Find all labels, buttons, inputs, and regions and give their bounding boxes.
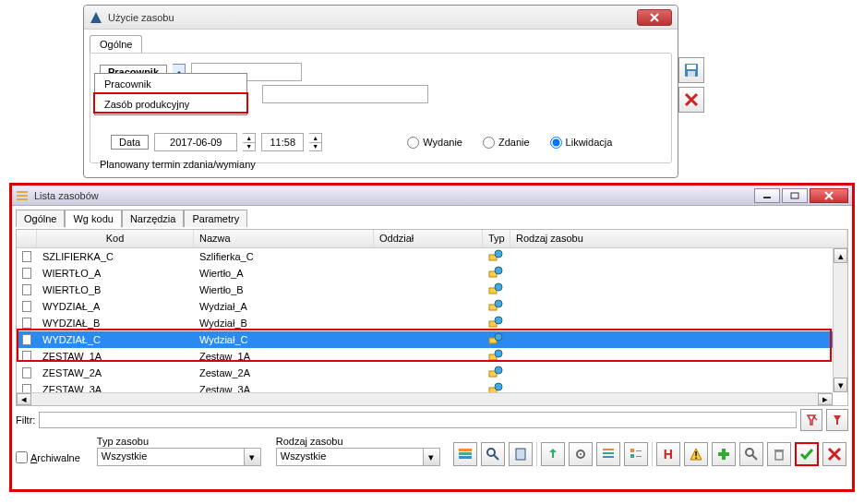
close-list-button[interactable] bbox=[822, 442, 846, 466]
table-row[interactable]: WYDZIAŁ_BWydział_B bbox=[17, 315, 847, 331]
row-checkbox[interactable] bbox=[17, 267, 37, 280]
cell-kod: WYDZIAŁ_C bbox=[37, 333, 194, 346]
dialog-body: Ogólne Pracownik Data ▲▼ ▲▼ Wydanie Zdan… bbox=[84, 30, 678, 177]
kind-combo-arrow[interactable]: ▾ bbox=[424, 448, 440, 466]
svg-rect-52 bbox=[775, 451, 783, 460]
zoom-button[interactable] bbox=[481, 442, 505, 466]
scroll-right-icon[interactable]: ▸ bbox=[818, 393, 833, 405]
dropdown-item-pracownik[interactable]: Pracownik bbox=[95, 74, 246, 94]
list1-button[interactable] bbox=[596, 442, 620, 466]
date-button[interactable]: Data bbox=[111, 135, 149, 150]
filter-apply-button[interactable] bbox=[826, 409, 848, 431]
filter-label: Filtr: bbox=[16, 414, 35, 426]
delete-button[interactable] bbox=[767, 442, 791, 466]
kind-combo[interactable]: Wszystkie bbox=[276, 448, 424, 466]
window-title: Użycie zasobu bbox=[108, 12, 637, 23]
warning-button[interactable]: ! bbox=[684, 442, 708, 466]
tab-narzedzia[interactable]: Narzędzia bbox=[122, 210, 185, 227]
svg-point-50 bbox=[746, 449, 753, 456]
columns-button[interactable] bbox=[453, 442, 477, 466]
scroll-down-icon[interactable]: ▾ bbox=[834, 378, 847, 392]
cell-rodzaj bbox=[510, 372, 847, 374]
planned-term-label: Planowany termin zdania/wymiany bbox=[100, 159, 256, 170]
time-input[interactable] bbox=[261, 133, 304, 151]
radio-zdanie[interactable]: Zdanie bbox=[483, 137, 530, 149]
close-button[interactable] bbox=[637, 9, 672, 26]
col-nazwa[interactable]: Nazwa bbox=[194, 230, 374, 247]
cell-nazwa: Szlifierka_C bbox=[194, 250, 374, 263]
col-oddzial[interactable]: Oddział bbox=[374, 230, 483, 247]
table-row[interactable]: SZLIFIERKA_CSzlifierka_C bbox=[17, 248, 847, 265]
row-checkbox[interactable] bbox=[17, 283, 37, 296]
date-spinner[interactable]: ▲▼ bbox=[243, 133, 256, 151]
vertical-scrollbar[interactable]: ▴ ▾ bbox=[833, 248, 847, 392]
minimize-button[interactable] bbox=[754, 188, 780, 203]
table-row[interactable]: ZESTAW_2AZestaw_2A bbox=[17, 365, 847, 381]
save-button[interactable] bbox=[678, 57, 704, 83]
row-checkbox[interactable] bbox=[17, 333, 37, 346]
tab-parametry[interactable]: Parametry bbox=[184, 210, 247, 227]
cell-typ-icon bbox=[483, 348, 510, 365]
scroll-up-icon[interactable]: ▴ bbox=[834, 248, 847, 263]
cell-kod: WYDZIAŁ_B bbox=[37, 317, 194, 330]
horizontal-scrollbar[interactable]: ◂ ▸ bbox=[17, 392, 833, 405]
cell-nazwa: Wydział_B bbox=[194, 317, 374, 330]
svg-line-35 bbox=[494, 455, 498, 460]
tab-general[interactable]: Ogólne bbox=[90, 35, 142, 53]
row-checkbox[interactable] bbox=[17, 300, 37, 313]
table-row[interactable]: WYDZIAŁ_CWydział_C bbox=[17, 331, 847, 348]
maximize-button[interactable] bbox=[782, 188, 808, 203]
svg-rect-43 bbox=[636, 450, 642, 451]
row-checkbox[interactable] bbox=[17, 317, 37, 330]
scroll-left-icon[interactable]: ◂ bbox=[17, 393, 31, 405]
tab-wg-kodu[interactable]: Wg kodu bbox=[65, 210, 121, 228]
preview-button[interactable] bbox=[739, 442, 763, 466]
export-button[interactable] bbox=[541, 442, 565, 466]
employee-name-input[interactable] bbox=[262, 85, 428, 103]
close-button[interactable] bbox=[810, 188, 848, 203]
row-checkbox[interactable] bbox=[17, 250, 37, 263]
radio-likwidacja[interactable]: Likwidacja bbox=[550, 137, 613, 149]
cancel-button[interactable] bbox=[678, 87, 704, 113]
time-spinner[interactable]: ▲▼ bbox=[309, 133, 322, 151]
cell-rodzaj bbox=[510, 272, 847, 274]
add-button[interactable] bbox=[712, 442, 736, 466]
cell-oddzial bbox=[374, 355, 483, 357]
svg-rect-36 bbox=[516, 449, 525, 460]
svg-rect-49 bbox=[718, 452, 729, 456]
cell-oddzial bbox=[374, 272, 483, 274]
toolbar: Archiwalne Typ zasobu Wszystkie ▾ Rodzaj… bbox=[16, 434, 848, 468]
col-typ[interactable]: Typ bbox=[483, 230, 510, 247]
tab-ogolne[interactable]: Ogólne bbox=[16, 210, 65, 227]
window-title: Lista zasobów bbox=[34, 190, 752, 201]
ok-button[interactable] bbox=[795, 442, 819, 466]
radio-wydanie[interactable]: Wydanie bbox=[407, 137, 462, 149]
svg-rect-3 bbox=[687, 65, 696, 69]
col-rodzaj[interactable]: Rodzaj zasobu bbox=[510, 230, 847, 247]
row-checkbox[interactable] bbox=[17, 350, 37, 363]
table-row[interactable]: WYDZIAŁ_AWydział_A bbox=[17, 298, 847, 315]
settings-button[interactable] bbox=[569, 442, 593, 466]
list2-button[interactable] bbox=[624, 442, 648, 466]
tool1-button[interactable] bbox=[509, 442, 533, 466]
filter-edit-button[interactable] bbox=[800, 409, 822, 431]
filter-input[interactable] bbox=[39, 412, 797, 428]
history-button[interactable]: H bbox=[656, 442, 680, 466]
table-row[interactable]: ZESTAW_1AZestaw_1A bbox=[17, 348, 847, 365]
cell-rodzaj bbox=[510, 322, 847, 324]
date-input[interactable] bbox=[154, 133, 237, 151]
svg-point-23 bbox=[495, 350, 502, 357]
cell-oddzial bbox=[374, 339, 483, 341]
cell-rodzaj bbox=[510, 339, 847, 341]
table-row[interactable]: WIERTŁO_AWiertło_A bbox=[17, 265, 847, 282]
type-combo[interactable]: Wszystkie bbox=[97, 448, 245, 466]
filter-row: Filtr: bbox=[16, 406, 848, 434]
dropdown-item-zasob[interactable]: Zasób produkcyjny bbox=[95, 94, 246, 114]
archive-checkbox[interactable]: Archiwalne bbox=[16, 451, 80, 463]
table-row[interactable]: WIERTŁO_BWiertło_B bbox=[17, 282, 847, 298]
tabstrip: Ogólne Wg kodu Narzędzia Parametry bbox=[16, 210, 848, 227]
cell-typ-icon bbox=[483, 298, 510, 315]
type-combo-arrow[interactable]: ▾ bbox=[245, 448, 261, 466]
col-kod[interactable]: Kod bbox=[37, 230, 194, 247]
row-checkbox[interactable] bbox=[17, 366, 37, 379]
